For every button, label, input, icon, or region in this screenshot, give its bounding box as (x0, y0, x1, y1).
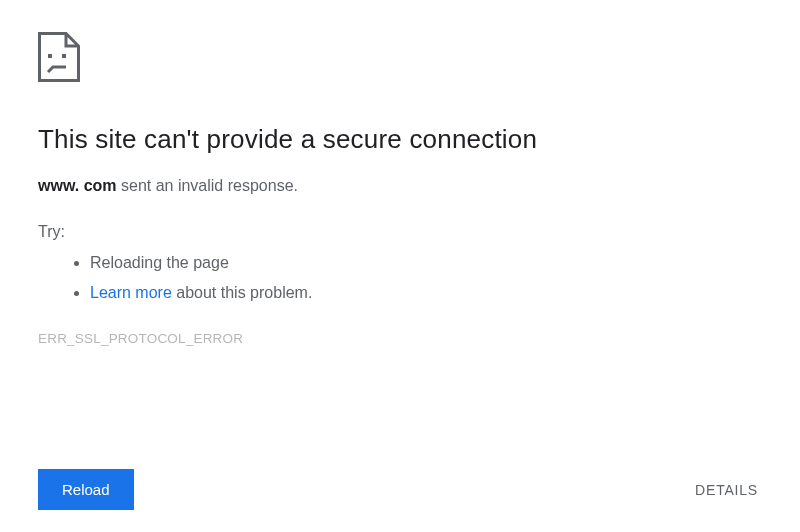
error-code: ERR_SSL_PROTOCOL_ERROR (38, 331, 762, 346)
svg-rect-1 (62, 54, 66, 58)
button-row: Reload DETAILS (38, 469, 762, 510)
page-title: This site can't provide a secure connect… (38, 124, 762, 155)
list-item: Reloading the page (90, 251, 762, 275)
host-name: www. com (38, 177, 117, 194)
learn-more-link[interactable]: Learn more (90, 284, 172, 301)
suggestions-list: Reloading the page Learn more about this… (38, 251, 762, 305)
learn-more-suffix: about this problem. (172, 284, 313, 301)
svg-rect-0 (48, 54, 52, 58)
reload-button[interactable]: Reload (38, 469, 134, 510)
suggestion-reload: Reloading the page (90, 254, 229, 271)
error-description: www. com sent an invalid response. (38, 177, 762, 195)
sad-document-icon (38, 32, 80, 82)
details-button[interactable]: DETAILS (691, 474, 762, 506)
list-item: Learn more about this problem. (90, 281, 762, 305)
description-suffix: sent an invalid response. (117, 177, 298, 194)
try-label: Try: (38, 223, 762, 241)
